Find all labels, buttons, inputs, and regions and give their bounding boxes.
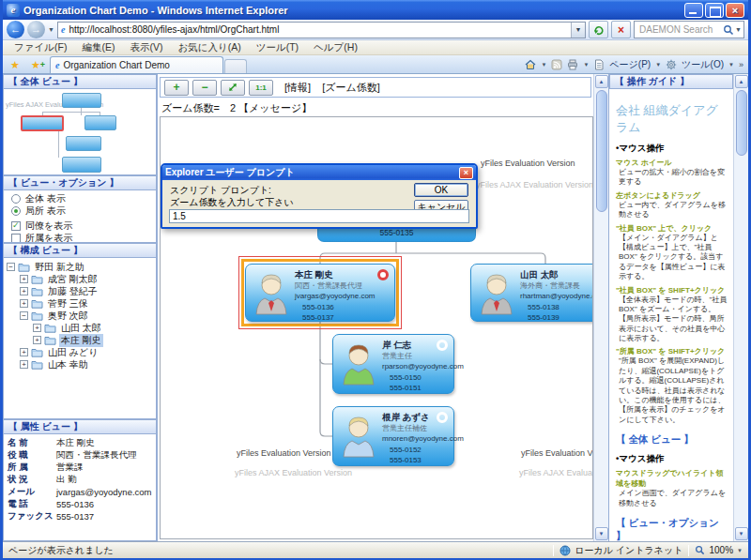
expand-icon[interactable]: +	[20, 348, 28, 356]
minimap-node[interactable]	[62, 157, 101, 173]
search-input[interactable]: DAEMON Search ▼	[634, 21, 744, 38]
tree-item[interactable]: −野田 新之助	[4, 261, 156, 273]
page-zoom-control[interactable]: 100% ▼	[695, 545, 743, 555]
tree-item-label[interactable]: 成宮 剛太郎	[46, 273, 100, 286]
url-field[interactable]: e http://localhost:8080/yfiles-ajax/html…	[57, 22, 586, 38]
menu-item-3[interactable]: お気に入り(A)	[170, 41, 248, 54]
dialog-title-bar[interactable]: Explorer ユーザー プロンプト ×	[162, 165, 476, 180]
expand-icon[interactable]: +	[20, 360, 28, 369]
tree-item[interactable]: +菅野 三保	[4, 297, 156, 310]
minimize-button[interactable]	[684, 3, 703, 18]
scroll-thumb[interactable]	[736, 90, 747, 156]
expand-icon[interactable]: +	[33, 324, 41, 332]
guide-vertical-scrollbar[interactable]: ▲ ▼	[733, 74, 748, 541]
scroll-down-icon[interactable]: ▼	[595, 527, 608, 540]
maximize-button[interactable]	[705, 3, 724, 18]
collapse-icon[interactable]: −	[7, 263, 15, 271]
minimap-node[interactable]	[66, 136, 101, 151]
tree-item[interactable]: +本庄 剛史	[4, 334, 156, 346]
menu-item-0[interactable]: ファイル(F)	[7, 41, 74, 54]
zoom-factor-input[interactable]	[169, 209, 469, 223]
home-icon[interactable]	[525, 59, 536, 70]
checkbox-icon[interactable]	[11, 234, 21, 243]
tree-item-label[interactable]: 野田 新之助	[33, 261, 86, 274]
option-show-colleagues[interactable]: 同僚を表示	[4, 219, 156, 232]
refresh-button[interactable]	[589, 21, 608, 38]
tree-item[interactable]: +成宮 剛太郎	[4, 273, 156, 285]
search-icon[interactable]	[723, 24, 734, 36]
add-favorite-icon[interactable]: ★	[25, 57, 46, 73]
tab-organization-chart-demo[interactable]: e Organization Chart Demo	[50, 56, 223, 73]
tools-menu[interactable]: ツール(O)	[682, 58, 724, 71]
favorites-star-icon[interactable]: ★	[5, 57, 25, 73]
info-link[interactable]: [情報]	[284, 81, 311, 95]
option-show-all[interactable]: 全体 表示	[4, 192, 156, 204]
scroll-up-icon[interactable]: ▲	[735, 75, 748, 88]
tree-item-label[interactable]: 山本 幸助	[46, 358, 90, 371]
command-overflow-chevron[interactable]: »	[739, 60, 743, 69]
tree-item-label[interactable]: 菅野 三保	[46, 297, 90, 310]
new-tab-button[interactable]	[224, 59, 247, 73]
page-dropdown-icon[interactable]: ▼	[655, 62, 661, 68]
employee-card[interactable]: 根岸 あずさ営業主任補佐mnoren@yoyodyne.com555-01525…	[332, 406, 454, 466]
zoom-fit-button[interactable]	[221, 80, 245, 96]
tree-item[interactable]: −奥野 次郎	[4, 310, 156, 322]
back-button[interactable]: ←	[7, 21, 24, 38]
page-menu[interactable]: ページ(P)	[609, 58, 651, 71]
tree-item[interactable]: +山田 太郎	[4, 322, 156, 334]
tree-item[interactable]: +加藤 登紀子	[4, 285, 156, 297]
employee-card[interactable]: 本庄 剛史関西・営業課長代理jvargas@yoyodyne.com555-01…	[245, 264, 395, 322]
dialog-close-icon[interactable]: ×	[459, 167, 473, 179]
tree-item-label[interactable]: 本庄 剛史	[59, 334, 103, 347]
tree-item-label[interactable]: 山田 みどり	[46, 346, 100, 359]
ok-button[interactable]: OK	[414, 183, 468, 197]
print-dropdown-icon[interactable]: ▼	[583, 62, 589, 68]
menu-item-2[interactable]: 表示(V)	[122, 41, 170, 54]
radio-icon[interactable]	[11, 194, 21, 204]
url-dropdown-icon[interactable]: ▼	[571, 23, 585, 38]
option-show-local[interactable]: 局所 表示	[4, 204, 156, 217]
close-button[interactable]: ×	[726, 3, 744, 18]
menu-item-4[interactable]: ツール(T)	[249, 41, 306, 54]
stop-button[interactable]: ×	[611, 21, 631, 38]
employee-card[interactable]: 山田 太郎海外商・営業課長rhartman@yoyodyne.com555-01…	[470, 264, 593, 322]
minimap-node[interactable]	[84, 115, 116, 130]
org-chart-canvas[interactable]: yFiles Evaluation Version yFiles AJAX Ev…	[160, 116, 593, 539]
zoom-factor-link[interactable]: [ズーム係数]	[322, 81, 380, 95]
scroll-up-icon[interactable]: ▲	[595, 75, 608, 88]
print-icon[interactable]	[567, 59, 578, 70]
forward-button[interactable]: →	[27, 21, 45, 38]
tree-item-label[interactable]: 山田 太郎	[59, 322, 103, 335]
zoom-one-to-one-button[interactable]: 1:1	[249, 80, 273, 96]
option-show-groups[interactable]: 所属を表示	[4, 232, 156, 243]
zoom-in-button[interactable]: +	[164, 80, 189, 96]
overview-minimap[interactable]: yFiles AJAX Evaluation Version	[3, 89, 157, 175]
minimap-node-highlighted[interactable]	[21, 115, 64, 131]
guide-sub: "所属 BOX" を SHIFT+クリック	[616, 346, 730, 356]
expand-icon[interactable]: +	[20, 287, 28, 295]
attribute-label: メール	[8, 486, 56, 498]
minimap-node[interactable]	[62, 93, 101, 108]
tree-item[interactable]: +山本 幸助	[4, 358, 156, 371]
scroll-thumb[interactable]	[596, 90, 607, 212]
collapse-icon[interactable]: −	[20, 311, 28, 320]
checkbox-icon[interactable]	[11, 221, 21, 231]
menu-item-5[interactable]: ヘルプ(H)	[306, 41, 365, 54]
radio-icon[interactable]	[11, 206, 21, 216]
employee-card[interactable]: 岸 仁志営業主任rparson@yoyodyne.com555-0150555-…	[332, 334, 454, 394]
tools-dropdown-icon[interactable]: ▼	[728, 62, 734, 68]
expand-icon[interactable]: +	[33, 336, 41, 344]
home-dropdown-icon[interactable]: ▼	[541, 62, 546, 68]
tree-item-label[interactable]: 加藤 登紀子	[46, 285, 100, 298]
tree-item[interactable]: +山田 みどり	[4, 346, 156, 358]
history-dropdown-icon[interactable]: ▼	[48, 26, 54, 33]
expand-icon[interactable]: +	[20, 275, 28, 283]
menu-item-1[interactable]: 編集(E)	[74, 41, 122, 54]
search-dropdown-icon[interactable]: ▼	[735, 26, 742, 33]
scroll-down-icon[interactable]: ▼	[735, 527, 748, 540]
expand-icon[interactable]: +	[20, 299, 28, 308]
main-vertical-scrollbar[interactable]: ▲ ▼	[593, 74, 608, 541]
tree-item-label[interactable]: 奥野 次郎	[46, 310, 90, 323]
zoom-out-button[interactable]: −	[192, 80, 217, 96]
zoom-dropdown-icon[interactable]: ▼	[737, 548, 743, 553]
